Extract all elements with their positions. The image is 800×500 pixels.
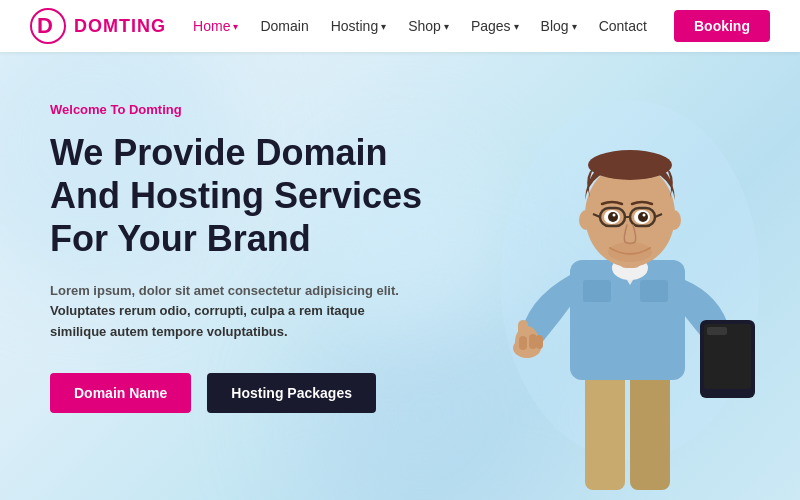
- nav-item-domain[interactable]: Domain: [260, 18, 308, 34]
- domain-name-button[interactable]: Domain Name: [50, 373, 191, 413]
- hero-buttons: Domain Name Hosting Packages: [50, 373, 422, 413]
- chevron-down-icon: ▾: [514, 21, 519, 32]
- nav-item-shop[interactable]: Shop ▾: [408, 18, 449, 34]
- main-nav: Home ▾ Domain Hosting ▾ Shop ▾ Pages ▾ B…: [193, 18, 647, 34]
- hero-section: Welcome To Domting We Provide Domain And…: [0, 52, 800, 500]
- svg-point-34: [667, 210, 681, 230]
- chevron-down-icon: ▾: [444, 21, 449, 32]
- nav-item-hosting[interactable]: Hosting ▾: [331, 18, 386, 34]
- welcome-text: Welcome To Domting: [50, 102, 422, 117]
- svg-point-30: [613, 214, 616, 217]
- nav-item-home[interactable]: Home ▾: [193, 18, 238, 34]
- hero-description: Lorem ipsum, dolor sit amet consectetur …: [50, 281, 400, 343]
- svg-point-20: [588, 150, 672, 180]
- chevron-down-icon: ▾: [381, 21, 386, 32]
- svg-point-29: [638, 212, 648, 222]
- booking-button[interactable]: Booking: [674, 10, 770, 42]
- svg-point-33: [579, 210, 593, 230]
- header: D DOMTING Home ▾ Domain Hosting ▾ Shop ▾…: [0, 0, 800, 52]
- svg-point-28: [608, 212, 618, 222]
- nav-item-pages[interactable]: Pages ▾: [471, 18, 519, 34]
- svg-rect-13: [529, 334, 537, 349]
- chevron-down-icon: ▾: [572, 21, 577, 32]
- svg-rect-6: [583, 280, 611, 302]
- svg-point-32: [608, 242, 652, 262]
- person-svg: [475, 80, 785, 500]
- svg-point-31: [643, 214, 646, 217]
- svg-rect-7: [640, 280, 668, 302]
- svg-rect-17: [707, 327, 727, 335]
- chevron-down-icon: ▾: [233, 21, 238, 32]
- svg-text:D: D: [37, 13, 53, 38]
- hero-person-image: [460, 70, 800, 500]
- svg-rect-12: [519, 336, 527, 350]
- hosting-packages-button[interactable]: Hosting Packages: [207, 373, 376, 413]
- hero-content: Welcome To Domting We Provide Domain And…: [50, 102, 422, 413]
- hero-title: We Provide Domain And Hosting Services F…: [50, 131, 422, 261]
- logo-area[interactable]: D DOMTING: [30, 8, 166, 44]
- nav-item-blog[interactable]: Blog ▾: [541, 18, 577, 34]
- logo-text: DOMTING: [74, 16, 166, 37]
- nav-item-contact[interactable]: Contact: [599, 18, 647, 34]
- logo-icon: D: [30, 8, 66, 44]
- svg-rect-14: [536, 335, 543, 349]
